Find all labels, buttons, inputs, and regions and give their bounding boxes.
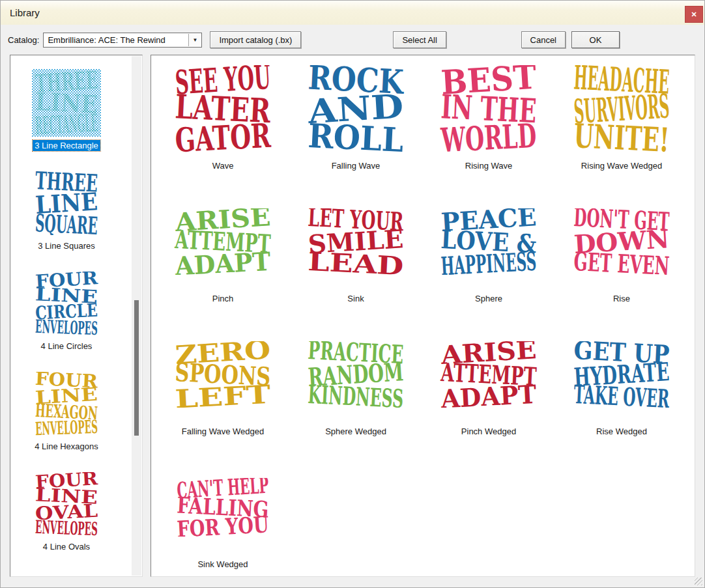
design-box: ROCKANDROLL	[289, 59, 422, 158]
design-preview: DON'T GETDOWNGET EVEN	[571, 208, 672, 275]
chevron-down-glyph: ▼	[192, 37, 197, 43]
sidebar-thumbnail[interactable]: THREELINERECTANGLE	[32, 69, 101, 137]
design-preview: ZEROSPOONSLEFT	[172, 341, 274, 408]
gallery-item[interactable]: DON'T GETDOWNGET EVENRise	[555, 192, 688, 325]
design-box: CAN'T HELPFALLINGFOR YOU	[156, 458, 289, 557]
design-text-line: ENVELOPES	[35, 416, 98, 436]
sidebar-item-label: 3 Line Rectangle	[33, 140, 100, 151]
gallery-item[interactable]: CAN'T HELPFALLINGFOR YOUSink Wedged	[156, 458, 289, 577]
design-text-line: TAKE OVER	[573, 380, 670, 408]
design-preview: THREELINESQUARE	[33, 171, 100, 235]
design-preview: HEADACHESURVIVORSUNITE!	[571, 65, 672, 152]
design-text-line: GATOR	[174, 116, 272, 152]
design-box: GET UPHYDRATETAKE OVER	[555, 325, 688, 424]
select-all-button[interactable]: Select All	[393, 31, 446, 48]
cancel-button[interactable]: Cancel	[521, 31, 566, 48]
design-box: PRACTICERANDOMKINDNESS	[289, 325, 422, 424]
gallery-item-label: Rise Wedged	[596, 427, 647, 436]
close-icon: ✕	[691, 10, 697, 19]
sidebar-thumbnail[interactable]: FOURLINEOVALENVELOPES	[32, 470, 101, 538]
design-preview: FOURLINEHEXAGONENVELOPES	[33, 372, 100, 436]
design-box: PEACELOVE &HAPPINESS	[422, 192, 555, 291]
gallery-item-label: Pinch Wedged	[461, 427, 516, 436]
catalog-dropdown[interactable]: Embrilliance: ACE: The Rewind ▼	[43, 33, 202, 48]
chevron-down-icon[interactable]: ▼	[188, 34, 201, 46]
title-bar: Library ✕	[1, 1, 704, 25]
design-text-line: SQUARE	[35, 208, 98, 235]
design-preview: BESTIN THEWORLD	[438, 65, 540, 152]
library-dialog: Library ✕ Catalog: Embrilliance: ACE: Th…	[0, 0, 705, 588]
gallery-panel: SEE YOULATERGATORWaveROCKANDROLLFalling …	[151, 55, 695, 577]
design-text-line: LEAD	[308, 247, 405, 275]
sidebar-scrollbar[interactable]	[132, 56, 141, 576]
sidebar-thumbnail[interactable]: FOURLINECIRCLEENVELOPES	[32, 270, 101, 337]
design-box: BESTIN THEWORLD	[422, 59, 555, 158]
import-catalog-button[interactable]: Import catalog (.bx)	[210, 31, 301, 48]
design-preview: SEE YOULATERGATOR	[172, 65, 274, 152]
design-text-line: GET EVEN	[573, 247, 670, 275]
sidebar-item[interactable]: THREELINESQUARE3 Line Squares	[10, 169, 122, 270]
sidebar-thumbnail[interactable]: THREELINESQUARE	[32, 169, 101, 237]
design-box: ZEROSPOONSLEFT	[156, 325, 289, 424]
resize-grip[interactable]	[695, 578, 702, 585]
gallery-item[interactable]: GET UPHYDRATETAKE OVERRise Wedged	[555, 325, 688, 458]
design-box: HEADACHESURVIVORSUNITE!	[555, 59, 688, 158]
design-text-line: ENVELOPES	[35, 316, 98, 335]
design-preview: ARISEATTEMPTADAPT	[438, 341, 540, 408]
gallery-item-label: Falling Wave	[332, 161, 381, 171]
design-text-line: WORLD	[440, 116, 538, 152]
design-box: ARISEATTEMPTADAPT	[156, 192, 289, 291]
gallery-item[interactable]: ARISEATTEMPTADAPTPinch	[156, 192, 289, 325]
gallery-item-label: Wave	[212, 161, 234, 171]
design-preview: FOURLINEOVALENVELOPES	[33, 472, 100, 536]
gallery-item[interactable]: PEACELOVE &HAPPINESSSphere	[422, 192, 555, 325]
content-area: THREELINERECTANGLE3 Line RectangleTHREEL…	[1, 55, 704, 577]
gallery-item-label: Falling Wave Wedged	[182, 427, 264, 436]
catalog-dropdown-value: Embrilliance: ACE: The Rewind	[48, 35, 165, 45]
gallery-item[interactable]: ROCKANDROLLFalling Wave	[289, 59, 422, 192]
gallery-item-label: Pinch	[212, 294, 234, 303]
gallery-item[interactable]: ZEROSPOONSLEFTFalling Wave Wedged	[156, 325, 289, 458]
selection-checker-overlay	[32, 69, 101, 137]
design-text-line: HAPPINESS	[440, 247, 538, 275]
gallery-item-label: Sink Wedged	[197, 559, 248, 569]
sidebar-item-label: 4 Line Circles	[39, 341, 94, 352]
ok-button[interactable]: OK	[571, 31, 620, 48]
sidebar-panel: THREELINERECTANGLE3 Line RectangleTHREEL…	[10, 55, 143, 577]
design-preview: PRACTICERANDOMKINDNESS	[305, 341, 407, 408]
design-preview: ARISEATTEMPTADAPT	[172, 208, 274, 275]
design-preview: CAN'T HELPFALLINGFOR YOU	[174, 478, 272, 537]
sidebar-item[interactable]: FOURLINEOVALENVELOPES4 Line Ovals	[10, 470, 122, 570]
sidebar-item[interactable]: FOURLINEHEXAGONENVELOPES4 Line Hexagons	[10, 370, 122, 470]
sidebar-scrollbar-thumb[interactable]	[134, 300, 139, 435]
design-preview: FOURLINECIRCLEENVELOPES	[33, 272, 100, 335]
sidebar-thumbnail[interactable]: FOURLINEHEXAGONENVELOPES	[32, 370, 101, 438]
gallery-item-label: Rising Wave Wedged	[581, 161, 662, 171]
sidebar-list: THREELINERECTANGLE3 Line RectangleTHREEL…	[10, 69, 122, 570]
gallery-item-label: Sphere	[475, 294, 502, 303]
gallery-item[interactable]: ARISEATTEMPTADAPTPinch Wedged	[422, 325, 555, 458]
design-preview: ROCKANDROLL	[305, 65, 407, 152]
catalog-label: Catalog:	[8, 35, 39, 45]
design-text-line: ROLL	[307, 116, 404, 152]
design-preview: LET YOURSMILELEAD	[305, 208, 407, 275]
design-text-line: FOR YOU	[177, 511, 270, 537]
design-text-line: ADAPT	[440, 380, 538, 408]
close-button[interactable]: ✕	[685, 6, 703, 23]
sidebar-item[interactable]: THREELINERECTANGLE3 Line Rectangle	[10, 69, 122, 169]
gallery-item[interactable]: LET YOURSMILELEADSink	[289, 192, 422, 325]
gallery-item[interactable]: SEE YOULATERGATORWave	[156, 59, 289, 192]
gallery-item-label: Sphere Wedged	[325, 427, 386, 436]
gallery-item[interactable]: HEADACHESURVIVORSUNITE!Rising Wave Wedge…	[555, 59, 688, 192]
design-box: SEE YOULATERGATOR	[156, 59, 289, 158]
design-text-line: UNITE!	[573, 116, 670, 152]
design-text-line: ENVELOPES	[35, 516, 98, 536]
gallery-item[interactable]: PRACTICERANDOMKINDNESSSphere Wedged	[289, 325, 422, 458]
design-box: ARISEATTEMPTADAPT	[422, 325, 555, 424]
design-text-line: ADAPT	[174, 247, 272, 275]
window-title: Library	[10, 7, 40, 18]
sidebar-item[interactable]: FOURLINECIRCLEENVELOPES4 Line Circles	[10, 270, 122, 370]
design-text-line: KINDNESS	[308, 380, 405, 408]
gallery-item[interactable]: BESTIN THEWORLDRising Wave	[422, 59, 555, 192]
gallery-item-label: Rising Wave	[465, 161, 512, 171]
